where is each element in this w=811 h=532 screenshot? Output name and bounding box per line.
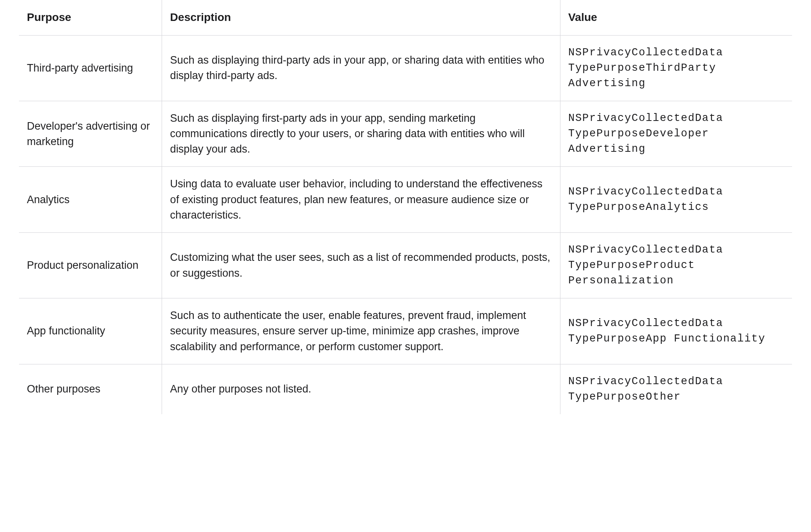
cell-description: Any other purposes not listed.: [162, 364, 560, 414]
cell-value: NSPrivacyCollectedData TypePurposeOther: [560, 364, 792, 414]
privacy-purpose-table: Purpose Description Value Third-party ad…: [19, 0, 792, 414]
table-row: Other purposes Any other purposes not li…: [19, 364, 792, 414]
table-row: Analytics Using data to evaluate user be…: [19, 167, 792, 232]
col-header-purpose: Purpose: [19, 0, 162, 35]
cell-purpose: Analytics: [19, 167, 162, 232]
table-header-row: Purpose Description Value: [19, 0, 792, 35]
cell-value: NSPrivacyCollectedData TypePurposeAnalyt…: [560, 167, 792, 232]
cell-purpose: Third-party advertising: [19, 35, 162, 101]
table-row: Developer's advertising or marketing Suc…: [19, 101, 792, 167]
cell-purpose: Product personalization: [19, 232, 162, 298]
col-header-description: Description: [162, 0, 560, 35]
cell-purpose: App functionality: [19, 298, 162, 364]
cell-value: NSPrivacyCollectedData TypePurposeProduc…: [560, 232, 792, 298]
cell-purpose: Developer's advertising or marketing: [19, 101, 162, 167]
cell-value: NSPrivacyCollectedData TypePurposeApp Fu…: [560, 298, 792, 364]
cell-description: Such as displaying third-party ads in yo…: [162, 35, 560, 101]
cell-description: Such as displaying first-party ads in yo…: [162, 101, 560, 167]
cell-description: Using data to evaluate user behavior, in…: [162, 167, 560, 232]
table-row: Third-party advertising Such as displayi…: [19, 35, 792, 101]
cell-value: NSPrivacyCollectedData TypePurposeThirdP…: [560, 35, 792, 101]
table-row: App functionality Such as to authenticat…: [19, 298, 792, 364]
cell-purpose: Other purposes: [19, 364, 162, 414]
cell-value: NSPrivacyCollectedData TypePurposeDevelo…: [560, 101, 792, 167]
cell-description: Customizing what the user sees, such as …: [162, 232, 560, 298]
table-row: Product personalization Customizing what…: [19, 232, 792, 298]
cell-description: Such as to authenticate the user, enable…: [162, 298, 560, 364]
col-header-value: Value: [560, 0, 792, 35]
